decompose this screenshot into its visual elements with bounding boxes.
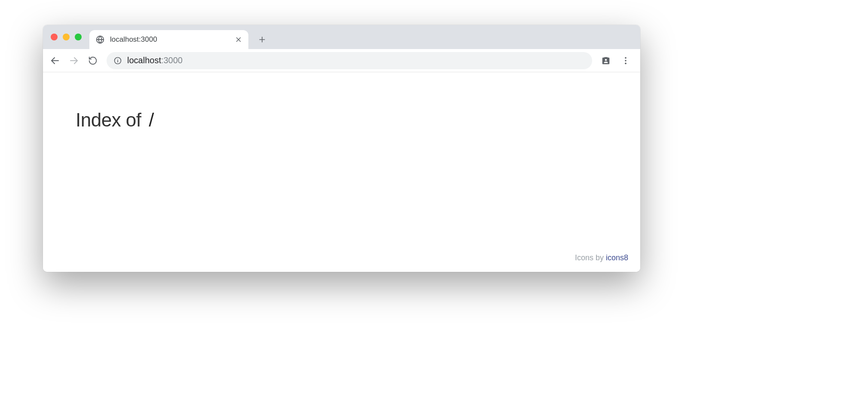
svg-point-9	[117, 59, 118, 59]
footer-prefix: Icons by	[575, 253, 606, 262]
window-maximize-button[interactable]	[75, 34, 82, 40]
address-bar[interactable]: localhost:3000	[107, 52, 592, 69]
tab-strip: localhost:3000	[43, 25, 640, 49]
browser-window: localhost:3000	[43, 25, 640, 272]
back-button[interactable]	[47, 53, 63, 68]
footer-link[interactable]: icons8	[606, 253, 628, 262]
window-controls	[51, 34, 82, 40]
page-heading: Index of /	[76, 109, 154, 131]
menu-button[interactable]	[618, 53, 633, 68]
tab-title: localhost:3000	[110, 35, 229, 44]
site-info-icon[interactable]	[113, 56, 122, 65]
window-close-button[interactable]	[51, 34, 58, 40]
address-text: localhost:3000	[127, 55, 183, 65]
heading-prefix: Index of	[76, 109, 141, 130]
toolbar: localhost:3000	[43, 49, 640, 72]
profile-button[interactable]	[598, 53, 614, 68]
toolbar-right	[598, 53, 636, 68]
new-tab-button[interactable]	[254, 32, 270, 47]
heading-path: /	[149, 109, 154, 130]
close-tab-button[interactable]	[235, 36, 242, 43]
browser-tab[interactable]: localhost:3000	[89, 30, 248, 49]
reload-button[interactable]	[85, 53, 101, 68]
address-port: :3000	[161, 55, 183, 65]
forward-button[interactable]	[66, 53, 82, 68]
footer-credit: Icons by icons8	[575, 253, 628, 262]
svg-point-11	[625, 60, 627, 62]
page-content: Index of / Icons by icons8	[43, 72, 640, 272]
address-host: localhost	[127, 55, 161, 65]
svg-point-10	[625, 57, 627, 59]
window-minimize-button[interactable]	[63, 34, 70, 40]
svg-point-12	[625, 62, 627, 64]
globe-icon	[95, 35, 105, 44]
